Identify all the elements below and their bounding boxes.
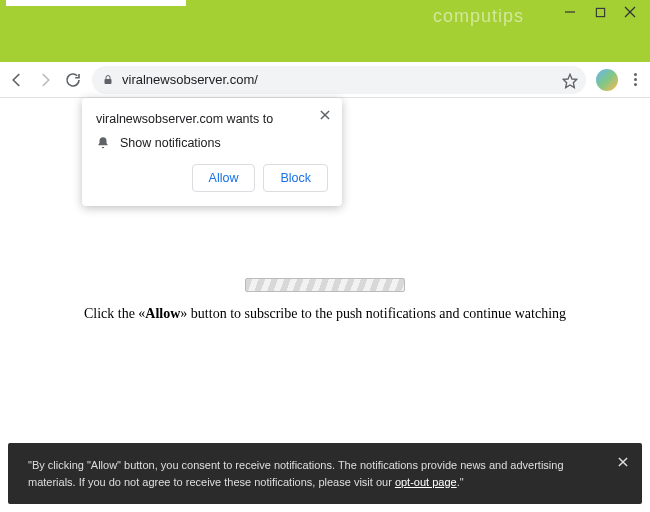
page-content: viralnewsobserver.com wants to Show noti… bbox=[0, 98, 650, 512]
opt-out-link[interactable]: opt-out page bbox=[395, 476, 457, 488]
permission-action-text: Show notifications bbox=[120, 136, 221, 150]
forward-button[interactable] bbox=[36, 71, 54, 89]
new-tab-button[interactable] bbox=[194, 0, 218, 3]
menu-button[interactable] bbox=[628, 71, 642, 89]
progress-bar bbox=[245, 278, 405, 292]
consent-text-pre: "By clicking "Allow" button, you consent… bbox=[28, 459, 564, 488]
svg-rect-8 bbox=[596, 8, 604, 16]
consent-banner: "By clicking "Allow" button, you consent… bbox=[8, 443, 642, 504]
maximize-icon[interactable] bbox=[594, 6, 606, 18]
block-button[interactable]: Block bbox=[263, 164, 328, 192]
address-bar[interactable] bbox=[92, 66, 586, 94]
avatar[interactable] bbox=[596, 69, 618, 91]
back-button[interactable] bbox=[8, 71, 26, 89]
close-icon[interactable] bbox=[616, 455, 630, 469]
reload-button[interactable] bbox=[64, 71, 82, 89]
close-window-icon[interactable] bbox=[624, 6, 636, 18]
allow-button[interactable]: Allow bbox=[192, 164, 256, 192]
svg-marker-12 bbox=[563, 74, 576, 87]
consent-text-post: ." bbox=[457, 476, 464, 488]
notification-permission-popup: viralnewsobserver.com wants to Show noti… bbox=[82, 98, 342, 206]
browser-tab[interactable]: Notification bbox=[6, 0, 186, 6]
instruction-pre: Click the « bbox=[84, 306, 145, 321]
url-input[interactable] bbox=[122, 72, 554, 87]
close-icon[interactable] bbox=[318, 108, 332, 122]
watermark-text: computips bbox=[433, 6, 524, 27]
star-icon[interactable] bbox=[562, 73, 576, 87]
permission-origin-text: viralnewsobserver.com wants to bbox=[96, 112, 328, 126]
svg-rect-11 bbox=[105, 79, 112, 84]
lock-icon bbox=[102, 74, 114, 86]
toolbar bbox=[0, 62, 650, 98]
instruction-bold: Allow bbox=[145, 306, 180, 321]
bell-icon bbox=[96, 136, 110, 150]
minimize-icon[interactable] bbox=[564, 6, 576, 18]
instruction-text: Click the «Allow» button to subscribe to… bbox=[64, 306, 586, 322]
instruction-post: » button to subscribe to the push notifi… bbox=[180, 306, 566, 321]
